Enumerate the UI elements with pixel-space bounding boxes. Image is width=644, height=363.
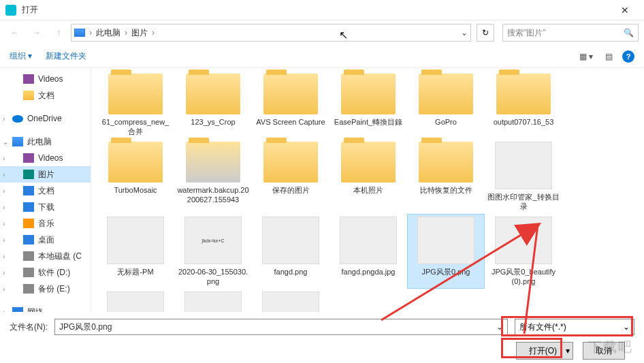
file-item[interactable]: 123_ys_Crop (174, 71, 252, 139)
sidebar-item-pc[interactable]: ⌄此电脑 (0, 133, 91, 150)
pc-icon (74, 29, 85, 37)
file-item[interactable]: 无标题-PM (97, 214, 174, 289)
file-label: fangd.png (274, 267, 308, 277)
file-label: TurboMosaic (114, 185, 157, 195)
file-item[interactable]: output0707.16_53 (485, 71, 562, 139)
app-icon (5, 5, 16, 16)
sidebar-item-localdisk[interactable]: ›本地磁盘 (C (0, 248, 91, 264)
file-item[interactable]: fangd.png (252, 214, 329, 289)
breadcrumb-folder[interactable]: 图片 (131, 27, 148, 39)
sidebar-item-pictures[interactable]: ›图片 (0, 166, 91, 183)
file-item[interactable]: JPG风景0_Convert.JPG (174, 289, 252, 312)
file-label: fangd.pngda.jpg (342, 267, 396, 277)
forward-button[interactable]: → (27, 23, 46, 42)
view-details-icon[interactable]: ▤ (602, 50, 615, 63)
image-thumbnail (262, 291, 319, 312)
file-label: watermark.bakcup.20200627.155943 (177, 185, 249, 204)
file-label: JPG风景0_beautify(0).png (487, 267, 560, 286)
folder-icon (341, 142, 396, 183)
file-label: 比特恢复的文件 (420, 185, 472, 195)
folder-icon (496, 74, 551, 114)
file-item[interactable]: TurboMosaic (97, 139, 174, 214)
sidebar-item-software[interactable]: ›软件 (D:) (0, 264, 91, 281)
file-item[interactable]: 本机照片 (329, 139, 407, 214)
file-item[interactable]: fangd.pngda.jpg (329, 214, 407, 289)
new-folder-button[interactable]: 新建文件夹 (46, 50, 86, 62)
help-icon[interactable]: ? (622, 50, 634, 63)
file-label: EasePaint_轉換目錄 (334, 117, 402, 127)
file-item[interactable]: JPG风景0_beautify.png (97, 289, 174, 312)
file-item[interactable]: watermark.bakcup.20200627.155943 (174, 139, 252, 214)
folder-icon (263, 74, 318, 114)
view-thumbnails-icon[interactable]: ▦ ▾ (577, 50, 596, 63)
folder-icon (263, 142, 318, 183)
file-label: AVS Screen Capture (256, 117, 325, 127)
image-thumbnail (340, 217, 397, 264)
file-label: 无标题-PM (117, 267, 153, 277)
file-item[interactable]: ∫kdx=kx+C2020-06-30_155030.png (174, 214, 252, 289)
file-label: GoPro (435, 117, 457, 127)
filename-label: 文件名(N): (10, 321, 48, 333)
folder-icon (108, 142, 163, 183)
sidebar-item-backup[interactable]: ›备份 (E:) (0, 281, 91, 297)
file-label: 保存的图片 (272, 185, 310, 195)
file-label: 61_compress_new_合并 (99, 117, 172, 136)
file-item[interactable]: AVS Screen Capture (252, 71, 329, 139)
file-label: 图图水印管家_转换目录 (487, 192, 560, 211)
sidebar-item-documents[interactable]: 文档 (0, 87, 91, 104)
image-thumbnail (262, 217, 319, 264)
folder-icon (186, 74, 240, 114)
search-input[interactable]: 搜索"图片" 🔍 (502, 24, 639, 42)
sidebar-item-network[interactable]: ›网络 (0, 304, 91, 312)
file-item[interactable]: 比特恢复的文件 (407, 139, 485, 214)
chevron-right-icon: › (152, 28, 155, 37)
sidebar-item-music[interactable]: ›音乐 (0, 215, 91, 232)
image-thumbnail: ∫kdx=kx+C (184, 217, 242, 264)
sidebar-item-onedrive[interactable]: ›OneDrive (0, 110, 91, 127)
file-label: 2020-06-30_155030.png (177, 267, 249, 286)
file-label: output0707.16_53 (494, 117, 554, 127)
sidebar-item-videos2[interactable]: ›Videos (0, 150, 91, 166)
back-button[interactable]: ← (5, 23, 25, 42)
file-label: 123_ys_Crop (191, 117, 235, 127)
sidebar-item-videos[interactable]: Videos (0, 71, 91, 87)
file-item[interactable]: JPG风景0_beautify(0).png (485, 214, 562, 289)
file-item[interactable]: GoPro (407, 71, 485, 139)
folder-icon (341, 74, 396, 114)
close-button[interactable]: ✕ (611, 1, 639, 20)
file-item[interactable]: EasePaint_轉換目錄 (329, 71, 407, 139)
file-item[interactable]: 保存的图片 (252, 139, 329, 214)
refresh-button[interactable]: ↻ (477, 24, 494, 42)
chevron-down-icon[interactable]: ⌄ (461, 28, 468, 37)
search-icon: 🔍 (624, 28, 634, 37)
folder-icon (186, 142, 240, 183)
chevron-down-icon[interactable]: ⌄ (496, 322, 503, 332)
chevron-down-icon: ⌄ (623, 322, 630, 332)
up-button[interactable]: ↑ (49, 23, 68, 42)
file-item[interactable]: qinxi.png (252, 289, 329, 312)
folder-icon (419, 142, 473, 183)
image-thumbnail (184, 291, 242, 312)
open-button[interactable]: 打开(O) ▾ (516, 342, 573, 360)
file-grid: 61_compress_new_合并123_ys_CropAVS Screen … (91, 68, 644, 312)
image-thumbnail (495, 217, 552, 264)
file-item[interactable]: 61_compress_new_合并 (97, 71, 174, 139)
cancel-button[interactable]: 取消 (583, 342, 625, 360)
folder-icon (108, 74, 163, 114)
filter-dropdown[interactable]: 所有文件(*.*) ⌄ (515, 319, 634, 335)
file-item[interactable]: 图图水印管家_转换目录 (485, 139, 562, 214)
sidebar-item-documents2[interactable]: ›文档 (0, 183, 91, 199)
search-placeholder: 搜索"图片" (507, 27, 546, 39)
chevron-right-icon: › (125, 28, 127, 37)
sidebar-item-desktop[interactable]: ›桌面 (0, 232, 91, 248)
window-title: 打开 (22, 4, 611, 16)
filename-input[interactable]: JPG风景0.png ⌄ (54, 319, 508, 335)
file-label: 本机照片 (353, 185, 383, 195)
breadcrumb-root[interactable]: 此电脑 (96, 27, 120, 39)
image-thumbnail (417, 217, 474, 264)
organize-menu[interactable]: 组织 ▾ (10, 50, 32, 62)
open-dropdown-icon[interactable]: ▾ (561, 346, 570, 356)
sidebar-item-downloads[interactable]: ›下载 (0, 199, 91, 215)
address-bar[interactable]: › 此电脑 › 图片 › ⌄ (71, 24, 471, 42)
file-item[interactable]: JPG风景0.png (407, 214, 485, 289)
